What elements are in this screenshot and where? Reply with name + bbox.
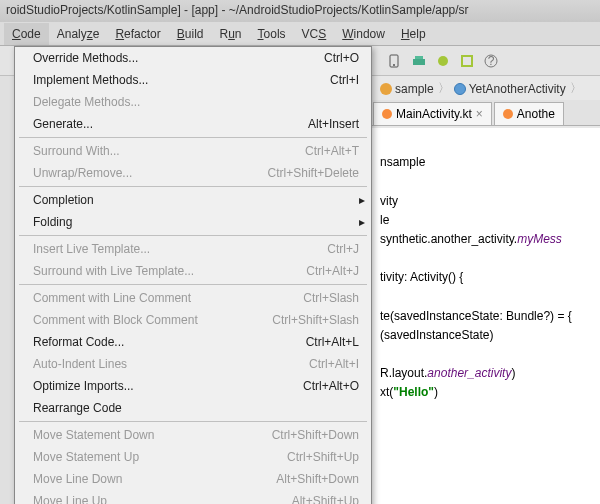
menu-item-label: Auto-Indent Lines (33, 357, 127, 371)
kotlin-file-icon (382, 109, 392, 119)
menu-separator (19, 284, 367, 285)
tab-mainactivity[interactable]: MainActivity.kt × (373, 102, 492, 125)
menu-item-insert-live-template: Insert Live Template...Ctrl+J (15, 238, 371, 260)
package-icon (380, 83, 392, 95)
menu-item-label: Comment with Line Comment (33, 291, 191, 305)
menu-build[interactable]: Build (169, 23, 212, 45)
class-icon (454, 83, 466, 95)
menu-item-shortcut: Ctrl+Shift+Down (272, 428, 359, 442)
menu-item-label: Override Methods... (33, 51, 138, 65)
menu-item-surround-with-live-template: Surround with Live Template...Ctrl+Alt+J (15, 260, 371, 282)
ddms-icon[interactable] (458, 52, 476, 70)
menu-item-override-methods[interactable]: Override Methods...Ctrl+O (15, 47, 371, 69)
menu-item-shortcut: Ctrl+Shift+Slash (272, 313, 359, 327)
menu-code[interactable]: Code (4, 23, 49, 45)
breadcrumb-item[interactable]: YetAnotherActivity (454, 82, 566, 96)
menu-item-comment-with-line-comment: Comment with Line CommentCtrl+Slash (15, 287, 371, 309)
menu-item-label: Move Statement Up (33, 450, 139, 464)
android-icon[interactable] (434, 52, 452, 70)
svg-rect-5 (462, 56, 472, 66)
menu-item-completion[interactable]: Completion▸ (15, 189, 371, 211)
menu-vcs[interactable]: VCS (294, 23, 335, 45)
menu-item-implement-methods[interactable]: Implement Methods...Ctrl+I (15, 69, 371, 91)
menu-item-label: Move Line Down (33, 472, 122, 486)
menu-item-label: Implement Methods... (33, 73, 148, 87)
menu-separator (19, 186, 367, 187)
menu-item-label: Delegate Methods... (33, 95, 140, 109)
menu-item-label: Rearrange Code (33, 401, 122, 415)
svg-point-4 (438, 56, 448, 66)
menu-item-shortcut: Ctrl+Alt+T (305, 144, 359, 158)
menu-item-label: Move Statement Down (33, 428, 154, 442)
menu-item-shortcut: Ctrl+Alt+J (306, 264, 359, 278)
menubar: Code Analyze Refactor Build Run Tools VC… (0, 22, 600, 46)
menu-item-label: Reformat Code... (33, 335, 124, 349)
menu-separator (19, 137, 367, 138)
menu-item-delegate-methods: Delegate Methods... (15, 91, 371, 113)
menu-item-comment-with-block-comment: Comment with Block CommentCtrl+Shift+Sla… (15, 309, 371, 331)
sdk-manager-icon[interactable] (410, 52, 428, 70)
menu-item-move-statement-up: Move Statement UpCtrl+Shift+Up (15, 446, 371, 468)
avd-manager-icon[interactable] (386, 52, 404, 70)
chevron-right-icon: 〉 (570, 80, 582, 97)
menu-item-shortcut: Alt+Insert (308, 117, 359, 131)
help-icon[interactable]: ? (482, 52, 500, 70)
menu-item-surround-with: Surround With...Ctrl+Alt+T (15, 140, 371, 162)
menu-item-shortcut: Ctrl+Alt+L (306, 335, 359, 349)
menu-help[interactable]: Help (393, 23, 434, 45)
close-icon[interactable]: × (476, 107, 483, 121)
menu-item-folding[interactable]: Folding▸ (15, 211, 371, 233)
menu-item-shortcut: Ctrl+O (324, 51, 359, 65)
menu-item-generate[interactable]: Generate...Alt+Insert (15, 113, 371, 135)
menu-item-shortcut: Ctrl+I (330, 73, 359, 87)
chevron-right-icon: ▸ (359, 215, 365, 229)
menu-item-auto-indent-lines: Auto-Indent LinesCtrl+Alt+I (15, 353, 371, 375)
menu-item-unwrap-remove: Unwrap/Remove...Ctrl+Shift+Delete (15, 162, 371, 184)
menu-item-label: Optimize Imports... (33, 379, 134, 393)
menu-item-shortcut: Ctrl+Alt+I (309, 357, 359, 371)
kotlin-file-icon (503, 109, 513, 119)
menu-item-label: Surround With... (33, 144, 120, 158)
menu-item-move-line-down: Move Line DownAlt+Shift+Down (15, 468, 371, 490)
menu-item-optimize-imports[interactable]: Optimize Imports...Ctrl+Alt+O (15, 375, 371, 397)
chevron-right-icon: ▸ (359, 193, 365, 207)
svg-rect-3 (415, 56, 423, 59)
menu-item-label: Folding (33, 215, 72, 229)
menu-item-reformat-code[interactable]: Reformat Code...Ctrl+Alt+L (15, 331, 371, 353)
menu-item-shortcut: Ctrl+Shift+Up (287, 450, 359, 464)
chevron-right-icon: 〉 (438, 80, 450, 97)
menu-separator (19, 421, 367, 422)
code-editor[interactable]: nsample vity le synthetic.another_activi… (370, 128, 600, 504)
menu-item-label: Surround with Live Template... (33, 264, 194, 278)
menu-item-shortcut: Alt+Shift+Down (276, 472, 359, 486)
menu-item-label: Completion (33, 193, 94, 207)
window-titlebar: roidStudioProjects/KotlinSample] - [app]… (0, 0, 600, 22)
menu-analyze[interactable]: Analyze (49, 23, 108, 45)
menu-item-label: Comment with Block Comment (33, 313, 198, 327)
menu-item-shortcut: Ctrl+J (327, 242, 359, 256)
svg-text:?: ? (488, 54, 495, 68)
menu-item-move-line-up: Move Line UpAlt+Shift+Up (15, 490, 371, 504)
menu-item-shortcut: Ctrl+Alt+O (303, 379, 359, 393)
menu-item-move-statement-down: Move Statement DownCtrl+Shift+Down (15, 424, 371, 446)
tab-another[interactable]: Anothe (494, 102, 564, 125)
breadcrumb-item[interactable]: sample (380, 82, 434, 96)
menu-item-shortcut: Ctrl+Shift+Delete (268, 166, 359, 180)
code-menu-dropdown: Override Methods...Ctrl+OImplement Metho… (14, 46, 372, 504)
menu-window[interactable]: Window (334, 23, 393, 45)
menu-item-label: Insert Live Template... (33, 242, 150, 256)
menu-item-shortcut: Ctrl+Slash (303, 291, 359, 305)
menu-item-label: Move Line Up (33, 494, 107, 504)
svg-point-1 (393, 64, 395, 66)
menu-separator (19, 235, 367, 236)
menu-item-shortcut: Alt+Shift+Up (292, 494, 359, 504)
menu-item-label: Generate... (33, 117, 93, 131)
svg-rect-2 (413, 59, 425, 65)
menu-item-rearrange-code[interactable]: Rearrange Code (15, 397, 371, 419)
menu-item-label: Unwrap/Remove... (33, 166, 132, 180)
menu-tools[interactable]: Tools (250, 23, 294, 45)
menu-refactor[interactable]: Refactor (107, 23, 168, 45)
window-title: roidStudioProjects/KotlinSample] - [app]… (6, 3, 469, 17)
menu-run[interactable]: Run (211, 23, 249, 45)
